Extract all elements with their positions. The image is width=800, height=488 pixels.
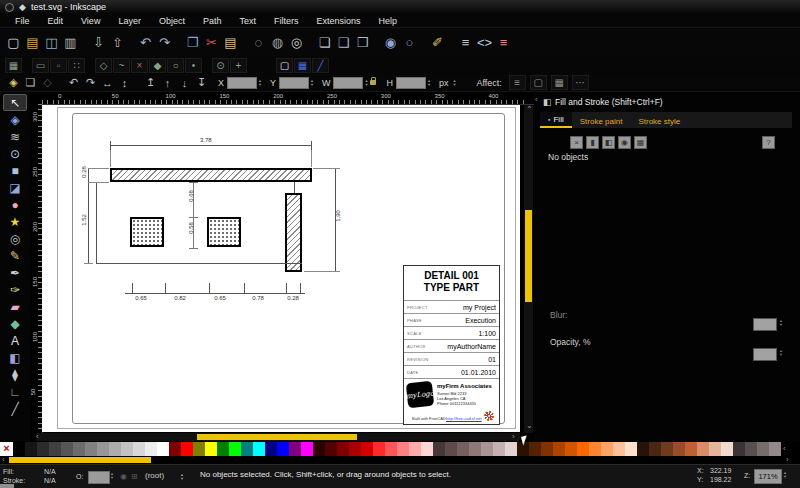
palette-swatch[interactable] bbox=[121, 442, 133, 456]
scroll-down-icon[interactable]: ⌄ bbox=[526, 422, 533, 430]
units-label[interactable]: px bbox=[439, 78, 449, 88]
stroke-indicator-value[interactable]: N/A bbox=[44, 477, 56, 485]
palette-swatch[interactable] bbox=[85, 442, 97, 456]
rotate-cw-icon[interactable]: ↷ bbox=[82, 75, 99, 90]
palette-swatch[interactable] bbox=[421, 442, 433, 456]
redo-icon[interactable]: ↷ bbox=[155, 31, 174, 53]
blur-input[interactable] bbox=[753, 318, 777, 331]
snap-grids-icon[interactable]: ▦ bbox=[294, 58, 311, 73]
palette-swatch[interactable] bbox=[745, 442, 757, 456]
menu-edit[interactable]: Edit bbox=[39, 16, 73, 26]
palette-swatch[interactable] bbox=[253, 442, 265, 456]
palette-swatch[interactable] bbox=[241, 442, 253, 456]
snap-bbox-icon[interactable]: ▭ bbox=[32, 58, 49, 73]
tool-gradient[interactable]: ◧ bbox=[3, 349, 27, 366]
palette-swatch[interactable] bbox=[673, 442, 685, 456]
palette-swatch[interactable] bbox=[385, 442, 397, 456]
cut-icon[interactable]: ✂ bbox=[202, 31, 221, 53]
scroll-right-icon[interactable]: › bbox=[512, 433, 515, 441]
deselect-icon[interactable]: ◇ bbox=[39, 75, 56, 90]
object-opacity-input[interactable] bbox=[88, 471, 110, 484]
current-layer-label[interactable]: (root) bbox=[145, 472, 164, 480]
tool-pencil[interactable]: ✎ bbox=[3, 247, 27, 264]
palette-swatch[interactable] bbox=[265, 442, 277, 456]
tool-text[interactable]: A bbox=[3, 332, 27, 349]
tool-measure[interactable]: ╱ bbox=[3, 400, 27, 417]
snap-page-border-icon[interactable]: ▢ bbox=[276, 58, 293, 73]
palette-swatch[interactable] bbox=[25, 442, 37, 456]
palette-swatch[interactable] bbox=[709, 442, 721, 456]
palette-swatch[interactable] bbox=[145, 442, 157, 456]
palette-swatch[interactable] bbox=[193, 442, 205, 456]
palette-swatch[interactable] bbox=[205, 442, 217, 456]
palette-swatch[interactable] bbox=[97, 442, 109, 456]
palette-swatch[interactable] bbox=[133, 442, 145, 456]
lower-icon[interactable]: ↓ bbox=[176, 75, 193, 90]
palette-swatch-none[interactable]: × bbox=[0, 442, 13, 456]
menu-text[interactable]: Text bbox=[230, 16, 265, 26]
new-document-icon[interactable]: ▢ bbox=[4, 31, 23, 53]
fill-type-none[interactable]: × bbox=[570, 136, 583, 149]
layer-visibility-icon[interactable]: ◉ bbox=[120, 472, 127, 481]
menu-help[interactable]: Help bbox=[369, 16, 406, 26]
palette-swatch[interactable] bbox=[661, 442, 673, 456]
palette-swatch[interactable] bbox=[757, 442, 769, 456]
palette-swatch[interactable] bbox=[469, 442, 481, 456]
zoom-drawing-icon[interactable]: ◍ bbox=[268, 31, 287, 53]
palette-swatch[interactable] bbox=[109, 442, 121, 456]
palette-swatch[interactable] bbox=[445, 442, 457, 456]
tool-spiral[interactable]: ◎ bbox=[3, 230, 27, 247]
scale-stroke-toggle[interactable]: ≡ bbox=[509, 75, 526, 90]
palette-swatch[interactable] bbox=[433, 442, 445, 456]
palette-swatch[interactable] bbox=[625, 442, 637, 456]
tool-eraser[interactable]: ▰ bbox=[3, 298, 27, 315]
panel-collapse-icon[interactable]: ‹ bbox=[535, 96, 538, 104]
palette-swatch[interactable] bbox=[481, 442, 493, 456]
rotate-ccw-icon[interactable]: ↶ bbox=[65, 75, 82, 90]
duplicate-icon[interactable]: ❏ bbox=[315, 31, 334, 53]
palette-swatch[interactable] bbox=[325, 442, 337, 456]
menu-object[interactable]: Object bbox=[150, 16, 194, 26]
palette-scroll-left-icon[interactable]: ‹ bbox=[2, 456, 5, 464]
palette-swatch[interactable] bbox=[589, 442, 601, 456]
palette-swatch[interactable] bbox=[505, 442, 517, 456]
tool-pen[interactable]: ✑ bbox=[3, 281, 27, 298]
palette-swatch[interactable] bbox=[169, 442, 181, 456]
menu-view[interactable]: View bbox=[72, 16, 109, 26]
layers-dialog-icon[interactable]: ≡ bbox=[456, 31, 475, 53]
fill-stroke-dialog-icon[interactable]: ✐ bbox=[428, 31, 447, 53]
palette-swatch[interactable] bbox=[493, 442, 505, 456]
snap-paths-icon[interactable]: ~ bbox=[113, 58, 130, 73]
save-document-icon[interactable]: ◫ bbox=[42, 31, 61, 53]
snap-rotation-centers-icon[interactable]: + bbox=[230, 58, 247, 73]
palette-scrollbar-thumb[interactable] bbox=[9, 457, 151, 463]
zoom-input[interactable]: 171% bbox=[754, 469, 782, 484]
palette-swatch[interactable] bbox=[337, 442, 349, 456]
horizontal-scrollbar-thumb[interactable] bbox=[197, 434, 357, 440]
palette-swatch[interactable] bbox=[697, 442, 709, 456]
move-gradients-toggle[interactable]: ▦ bbox=[551, 75, 568, 90]
menu-filters[interactable]: Filters bbox=[265, 16, 308, 26]
scroll-left-icon[interactable]: ‹ bbox=[36, 433, 39, 441]
snap-smooth-nodes-icon[interactable]: ○ bbox=[167, 58, 184, 73]
fill-type-flat-color[interactable]: ▮ bbox=[586, 136, 599, 149]
palette-swatch[interactable] bbox=[565, 442, 577, 456]
palette-swatch[interactable] bbox=[13, 442, 25, 456]
move-patterns-toggle[interactable]: ⋯ bbox=[572, 75, 589, 90]
palette-swatch[interactable] bbox=[277, 442, 289, 456]
zoom-page-icon[interactable]: ◎ bbox=[287, 31, 306, 53]
flip-horizontal-icon[interactable]: ↔ bbox=[99, 75, 116, 90]
lower-to-bottom-icon[interactable]: ↧ bbox=[193, 75, 210, 90]
horizontal-ruler[interactable]: 050100150200250300350400 bbox=[30, 92, 534, 105]
layer-lock-icon[interactable]: ⊞ bbox=[131, 472, 138, 481]
width-input[interactable] bbox=[333, 77, 363, 89]
tool-connector[interactable]: ∟ bbox=[3, 383, 27, 400]
scroll-up-icon[interactable]: ⌃ bbox=[526, 106, 533, 114]
palette-swatch[interactable] bbox=[637, 442, 649, 456]
opacity-input[interactable] bbox=[753, 348, 777, 361]
title-bar[interactable]: ◆ test.svg - Inkscape bbox=[0, 0, 800, 14]
palette-swatch[interactable] bbox=[301, 442, 313, 456]
snap-object-centers-icon[interactable]: ⊙ bbox=[212, 58, 229, 73]
palette-swatch[interactable] bbox=[229, 442, 241, 456]
snap-midpoints-icon[interactable]: • bbox=[185, 58, 202, 73]
